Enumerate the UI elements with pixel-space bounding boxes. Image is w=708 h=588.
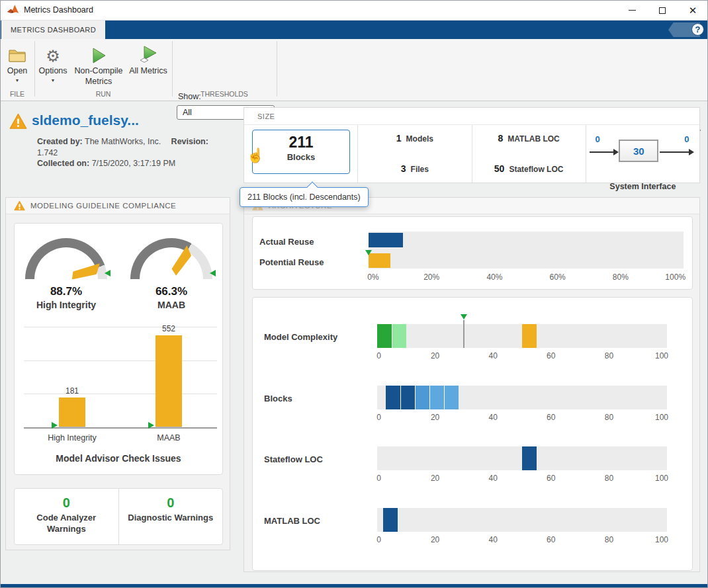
axis-tick-label: 100 — [655, 535, 668, 544]
distribution-bin[interactable] — [522, 446, 537, 470]
minimize-button[interactable] — [617, 0, 647, 21]
gauge-value: 88.7% — [17, 285, 116, 298]
non-compile-metrics-button[interactable]: Non-Compile Metrics — [70, 42, 127, 87]
collected-label: Collected on: — [37, 159, 89, 168]
warning-icon — [14, 200, 25, 211]
axis-tick-label: 0 — [376, 351, 381, 360]
distribution-track[interactable] — [377, 324, 667, 348]
distribution-row-model-complexity: Model Complexity020406080100 — [253, 324, 692, 386]
model-name[interactable]: sldemo_fuelsy... — [32, 112, 139, 128]
axis-tick-label: 60 — [547, 413, 555, 422]
model-meta-collected: Collected on: 7/15/2020, 3:17:19 PM — [37, 159, 175, 168]
gauge-value: 66.3% — [122, 285, 221, 298]
toolstrip: Open ▼ ⚙ Options ▼ Non-Compile Metrics — [0, 39, 708, 101]
window-bottom-edge — [0, 584, 708, 588]
reuse-axis: 0%20%40%60%80%100% — [369, 273, 684, 282]
files-value: 3 — [401, 163, 406, 174]
minimize-icon — [629, 10, 636, 11]
axis-tick-label: 100 — [655, 351, 668, 360]
actual-reuse-bar[interactable] — [369, 233, 403, 247]
axis-tick-label: 0 — [376, 474, 381, 483]
system-interface-label: System Interface — [609, 182, 676, 191]
distribution-bin[interactable] — [383, 508, 398, 532]
collected-value: 7/15/2020, 3:17:19 PM — [92, 159, 175, 168]
axis-tick-label: 40 — [489, 351, 498, 360]
axis-tick-label: 100 — [655, 474, 668, 483]
gauge-label: High Integrity — [17, 300, 116, 310]
open-button[interactable]: Open ▼ — [3, 42, 32, 83]
model-meta-created: Created by: The MathWorks, Inc. Revision… — [37, 136, 216, 159]
size-col-models-files[interactable]: 1 Models 3 Files — [358, 125, 472, 183]
size-panel-header: SIZE — [244, 108, 699, 125]
gridline — [24, 360, 217, 361]
distribution-row-label: Model Complexity — [264, 332, 337, 342]
axis-tick-label: 40 — [489, 413, 498, 422]
compliance-header-text: MODELING GUIDELINE COMPLIANCE — [30, 202, 176, 210]
ribbon-bar: METRICS DASHBOARD ? — [0, 21, 708, 39]
interface-inputs-count: 0 — [595, 134, 599, 144]
tooltip-pointer — [307, 182, 318, 193]
distribution-bin[interactable] — [400, 386, 415, 409]
distribution-row-stateflow-loc: Stateflow LOC020406080100 — [253, 446, 692, 508]
close-button[interactable]: ✕ — [678, 0, 708, 21]
diagnostic-label: Diagnostic Warnings — [128, 513, 214, 524]
axis-tick-label: 20 — [431, 413, 439, 422]
distribution-bin[interactable] — [392, 324, 406, 348]
bar-value-label: 552 — [149, 324, 189, 333]
distribution-card: Model Complexity020406080100Blocks020406… — [252, 297, 693, 571]
tab-metrics-dashboard[interactable]: METRICS DASHBOARD — [1, 21, 105, 39]
threshold-marker-line — [463, 320, 465, 348]
advisor-chart-title: Model Advisor Check Issues — [15, 453, 222, 464]
diagnostic-count: 0 — [119, 495, 223, 511]
axis-tick-label: 20% — [423, 273, 439, 282]
options-caret-icon[interactable]: ▼ — [37, 78, 69, 83]
bar-value-label: 181 — [52, 386, 92, 396]
potential-reuse-bar[interactable] — [369, 253, 390, 268]
reuse-card: Actual Reuse Potential Reuse 0%20%40%60%… — [252, 216, 693, 290]
advisor-bar[interactable] — [155, 335, 182, 428]
distribution-bin[interactable] — [377, 324, 392, 348]
axis-tick-label: 60 — [547, 535, 555, 544]
interface-in-wire — [590, 151, 615, 153]
blocks-value: 211 — [253, 134, 349, 151]
distribution-bin[interactable] — [429, 386, 444, 409]
distribution-row-label: Blocks — [264, 394, 292, 403]
gauge-high-integrity[interactable]: 88.7% High Integrity — [17, 229, 116, 310]
gauge-maab[interactable]: 66.3% MAAB — [122, 229, 221, 310]
maximize-button[interactable] — [647, 0, 678, 21]
size-col-system-interface[interactable]: 0 0 30 System Interface — [586, 125, 699, 183]
distribution-bin[interactable] — [415, 386, 429, 409]
all-metrics-button[interactable]: All Metrics — [127, 42, 169, 77]
bar-category-label: MAAB — [132, 433, 205, 442]
help-button[interactable]: ? — [691, 23, 704, 36]
distribution-bin[interactable] — [444, 386, 459, 409]
actual-reuse-label: Actual Reuse — [259, 237, 314, 247]
diagnostic-warnings-cell[interactable]: 0 Diagnostic Warnings — [119, 489, 223, 544]
toolbar-separator — [34, 41, 35, 97]
options-button[interactable]: ⚙ Options ▼ — [37, 42, 69, 83]
toolbar-separator — [172, 41, 173, 97]
files-label: Files — [411, 165, 429, 174]
distribution-bin[interactable] — [522, 324, 537, 348]
baseline-threshold-marker-icon — [148, 422, 154, 429]
distribution-bin[interactable] — [386, 386, 400, 409]
section-label-run: RUN — [34, 90, 172, 98]
gauge-arc-wrap — [130, 238, 212, 279]
code-analyzer-warnings-cell[interactable]: 0 Code Analyzer Warnings — [15, 489, 119, 544]
reuse-track[interactable] — [369, 231, 684, 269]
axis-tick-label: 60 — [547, 474, 555, 483]
warnings-card: 0 Code Analyzer Warnings 0 Diagnostic Wa… — [14, 488, 223, 545]
advisor-bar[interactable] — [59, 398, 85, 428]
blocks-metric-card[interactable]: 211 Blocks — [252, 130, 350, 174]
models-value: 1 — [396, 133, 402, 144]
distribution-track[interactable] — [377, 386, 667, 409]
axis-tick-label: 80 — [605, 474, 613, 483]
window-title: Metrics Dashboard — [24, 0, 93, 21]
size-col-loc[interactable]: 8 MATLAB LOC 50 Stateflow LOC — [472, 125, 586, 183]
distribution-axis: 020406080100 — [377, 535, 667, 545]
distribution-track[interactable] — [377, 446, 667, 470]
distribution-track[interactable] — [377, 508, 667, 532]
axis-tick-label: 80% — [613, 273, 629, 282]
code-analyzer-count: 0 — [15, 495, 118, 511]
open-caret-icon[interactable]: ▼ — [3, 78, 32, 83]
